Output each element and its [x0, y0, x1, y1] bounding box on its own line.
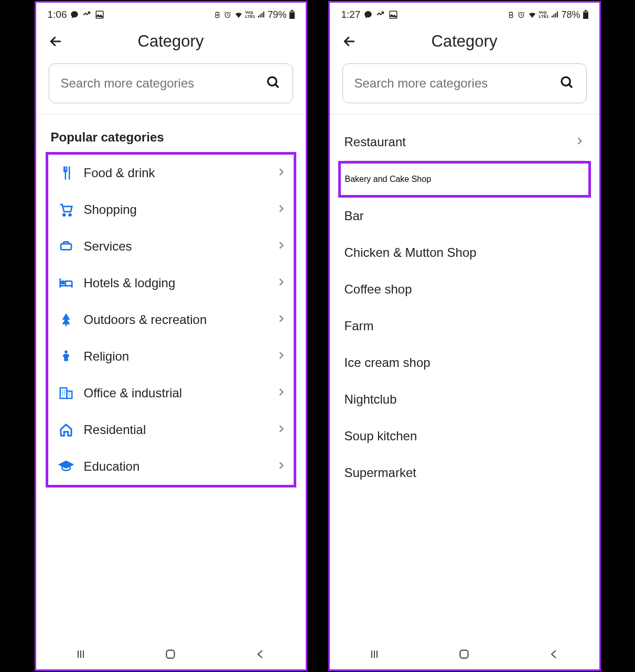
chevron-right-icon — [276, 460, 286, 473]
category-row-education[interactable]: Education — [48, 448, 294, 485]
subcategory-label: Soup kitchen — [345, 429, 585, 443]
subcategory-row[interactable]: Bar — [345, 198, 585, 234]
svg-rect-19 — [585, 10, 587, 11]
status-time: 1:06 — [48, 9, 67, 20]
subcategory-row-highlighted[interactable]: Bakery and Cake Shop — [338, 161, 591, 198]
phone-left: 1:06 Vo))LTE1 79% Category Popular categ… — [35, 1, 307, 671]
battery-saver-icon — [213, 11, 221, 19]
category-row-office[interactable]: Office & industrial — [48, 375, 294, 411]
subcategory-row[interactable]: Restaurant — [345, 124, 585, 160]
status-battery-pct: 78% — [561, 9, 580, 20]
subcategory-row[interactable]: Nightclub — [345, 381, 585, 418]
volte-icon: Vo))LTE1 — [539, 10, 549, 19]
category-label: Shopping — [80, 202, 276, 217]
volte-icon: Vo))LTE1 — [245, 10, 255, 19]
category-row-hotels[interactable]: Hotels & lodging — [48, 265, 294, 301]
chevron-right-icon — [276, 240, 286, 253]
category-row-food[interactable]: Food & drink — [48, 155, 294, 191]
chevron-right-icon — [276, 167, 286, 179]
wifi-icon — [528, 10, 537, 19]
office-icon — [52, 385, 80, 401]
back-button[interactable] — [47, 32, 64, 50]
nav-recents[interactable] — [70, 644, 91, 665]
category-row-services[interactable]: Services — [48, 228, 294, 265]
battery-saver-icon — [507, 11, 515, 19]
category-row-residential[interactable]: Residential — [48, 411, 294, 448]
chevron-right-icon — [276, 277, 286, 289]
education-icon — [52, 459, 80, 474]
status-bar: 1:06 Vo))LTE1 79% — [36, 3, 306, 23]
nav-back[interactable] — [250, 644, 271, 665]
category-label: Education — [80, 459, 276, 474]
popular-categories-highlight: Food & drinkShoppingServicesHotels & lod… — [46, 152, 296, 487]
search-input-container[interactable] — [342, 63, 587, 103]
category-label: Services — [80, 239, 276, 254]
missed-call-icon — [82, 10, 92, 19]
subcategory-row[interactable]: Chicken & Mutton Shop — [345, 234, 585, 271]
category-label: Office & industrial — [80, 386, 276, 400]
subcategory-label: Chicken & Mutton Shop — [345, 245, 585, 260]
category-label: Religion — [80, 349, 276, 364]
nav-home[interactable] — [160, 644, 181, 665]
subcategory-row[interactable]: Ice cream shop — [345, 344, 585, 381]
picture-icon — [95, 10, 104, 19]
category-row-outdoors[interactable]: Outdoors & recreation — [48, 301, 294, 338]
subcategory-label: Coffee shop — [345, 282, 585, 297]
nav-recents[interactable] — [364, 644, 385, 665]
services-icon — [52, 239, 80, 254]
food-icon — [52, 165, 80, 181]
subcategory-row[interactable]: Coffee shop — [345, 271, 585, 308]
wifi-icon — [234, 10, 243, 19]
phone-right: 1:27 Vo))LTE1 78% Category RestaurantBak… — [328, 1, 601, 671]
android-nav-bar — [36, 639, 306, 669]
svg-rect-12 — [60, 388, 67, 398]
category-row-religion[interactable]: Religion — [48, 338, 294, 375]
battery-icon — [583, 10, 589, 19]
svg-point-7 — [63, 214, 65, 216]
nav-back[interactable] — [544, 644, 565, 665]
subcategory-label: Nightclub — [345, 392, 585, 407]
back-button[interactable] — [340, 32, 358, 50]
search-input[interactable] — [61, 76, 265, 91]
svg-rect-9 — [61, 244, 71, 250]
subcategory-row[interactable]: Soup kitchen — [345, 418, 585, 454]
subcategory-label: Bakery and Cake Shop — [345, 175, 432, 184]
missed-call-icon — [376, 10, 385, 19]
category-label: Food & drink — [80, 166, 276, 180]
religion-icon — [52, 349, 80, 364]
signal-icon — [257, 10, 265, 19]
chevron-right-icon — [574, 135, 585, 149]
chevron-right-icon — [276, 313, 286, 326]
nav-home[interactable] — [454, 644, 475, 665]
alarm-icon — [517, 10, 525, 19]
category-row-shopping[interactable]: Shopping — [48, 191, 294, 228]
residential-icon — [52, 422, 80, 438]
search-input[interactable] — [354, 76, 559, 91]
chevron-right-icon — [276, 350, 286, 363]
subcategory-row[interactable]: Supermarket — [345, 454, 585, 491]
svg-point-21 — [562, 77, 570, 85]
status-bar: 1:27 Vo))LTE1 78% — [330, 3, 599, 23]
page-title: Category — [358, 32, 571, 51]
status-battery-pct: 79% — [267, 9, 286, 20]
alarm-icon — [223, 10, 232, 19]
subcategory-label: Ice cream shop — [345, 355, 585, 370]
chat-icon — [70, 10, 79, 19]
svg-rect-22 — [460, 650, 468, 658]
page-title: Category — [64, 32, 277, 51]
chevron-right-icon — [276, 203, 286, 216]
chevron-right-icon — [276, 424, 286, 436]
subcategory-label: Bar — [345, 209, 585, 223]
svg-point-10 — [61, 281, 64, 284]
svg-rect-4 — [291, 10, 293, 11]
app-bar: Category — [330, 23, 599, 58]
android-nav-bar — [330, 639, 599, 669]
search-input-container[interactable] — [49, 63, 293, 103]
subcategory-row[interactable]: Farm — [345, 308, 585, 344]
status-time: 1:27 — [341, 9, 361, 20]
section-heading: Popular categories — [36, 114, 306, 149]
hotels-icon — [52, 275, 80, 291]
chevron-right-icon — [276, 387, 286, 399]
svg-rect-5 — [289, 11, 295, 13]
svg-rect-14 — [167, 650, 175, 658]
